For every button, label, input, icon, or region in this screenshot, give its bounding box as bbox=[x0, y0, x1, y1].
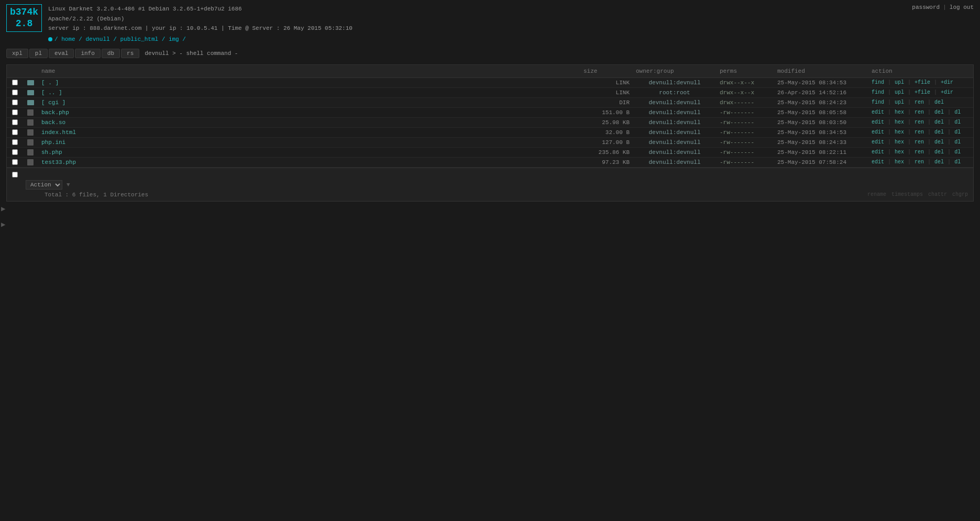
action-dl[interactable]: dl bbox=[954, 109, 961, 115]
bulk-action-select[interactable]: Action Delete Move Copy bbox=[26, 180, 62, 190]
action-del[interactable]: del bbox=[934, 99, 944, 105]
row-checkbox[interactable] bbox=[7, 148, 23, 157]
row-checkbox[interactable] bbox=[7, 88, 23, 97]
row-checkbox[interactable] bbox=[7, 98, 23, 107]
action-ren[interactable]: ren bbox=[915, 159, 924, 165]
expand-arrow-1[interactable]: ▶ bbox=[1, 204, 5, 213]
path-img[interactable]: img bbox=[169, 36, 179, 42]
action-hex[interactable]: hex bbox=[895, 109, 904, 115]
action-ren[interactable]: ren bbox=[915, 149, 924, 155]
row-modified: 25-May-2015 08:05:58 bbox=[774, 108, 868, 117]
table-row: [ . ] LINK devnull:devnull drwx--x--x 25… bbox=[7, 78, 973, 88]
header-modified: modified bbox=[774, 67, 868, 75]
action-dir[interactable]: +dir bbox=[941, 90, 953, 95]
checkbox-input[interactable] bbox=[12, 109, 18, 115]
row-checkbox[interactable] bbox=[7, 78, 23, 87]
server-line3: server ip : 888.darknet.com | your ip : … bbox=[48, 24, 353, 34]
path-public-html[interactable]: public_html bbox=[120, 36, 158, 42]
action-edit[interactable]: edit bbox=[872, 109, 884, 115]
action-ren[interactable]: ren bbox=[915, 109, 924, 115]
action-dir[interactable]: +dir bbox=[941, 80, 953, 85]
action-hex[interactable]: hex bbox=[895, 139, 904, 145]
action-del[interactable]: del bbox=[934, 149, 944, 155]
tab-xpl[interactable]: xpl bbox=[6, 49, 28, 58]
file-link[interactable]: php.ini bbox=[41, 139, 65, 146]
checkbox-input[interactable] bbox=[12, 149, 18, 155]
action-edit[interactable]: edit bbox=[872, 139, 884, 145]
row-checkbox[interactable] bbox=[7, 158, 23, 167]
row-action: edit | hex | ren | del | dl bbox=[868, 118, 973, 127]
path-devnull[interactable]: devnull bbox=[85, 36, 109, 42]
tab-rs[interactable]: rs bbox=[121, 49, 139, 58]
file-link[interactable]: [ cgi ] bbox=[41, 99, 65, 106]
checkbox-input[interactable] bbox=[12, 99, 18, 105]
action-del[interactable]: del bbox=[934, 119, 944, 125]
row-perms: -rw------- bbox=[717, 148, 774, 157]
action-del[interactable]: del bbox=[934, 139, 944, 145]
action-ren[interactable]: ren bbox=[915, 99, 924, 105]
checkbox-input[interactable] bbox=[12, 139, 18, 145]
row-icon bbox=[23, 128, 38, 137]
action-upl[interactable]: upl bbox=[895, 99, 904, 105]
footer-total: Total : 6 files, 1 Directories bbox=[38, 191, 867, 199]
action-hex[interactable]: hex bbox=[895, 159, 904, 165]
action-find[interactable]: find bbox=[872, 90, 884, 95]
tab-db[interactable]: db bbox=[102, 49, 120, 58]
row-owner: devnull:devnull bbox=[633, 78, 717, 87]
action-ren[interactable]: ren bbox=[915, 119, 924, 125]
table-row: [ cgi ] DIR devnull:devnull drwx------ 2… bbox=[7, 98, 973, 108]
action-hex[interactable]: hex bbox=[895, 119, 904, 125]
action-edit[interactable]: edit bbox=[872, 159, 884, 165]
logout-link[interactable]: log out bbox=[950, 4, 974, 10]
file-link[interactable]: back.php bbox=[41, 109, 69, 116]
file-link[interactable]: [ .. ] bbox=[41, 90, 62, 96]
file-link[interactable]: back.so bbox=[41, 119, 65, 126]
action-dl[interactable]: dl bbox=[954, 119, 961, 125]
tab-info[interactable]: info bbox=[75, 49, 100, 58]
file-icon bbox=[27, 159, 34, 165]
action-del[interactable]: del bbox=[934, 109, 944, 115]
action-file[interactable]: +file bbox=[915, 80, 930, 85]
action-dl[interactable]: dl bbox=[954, 129, 961, 135]
file-link[interactable]: index.html bbox=[41, 129, 76, 136]
password-link[interactable]: password bbox=[912, 4, 940, 10]
footer-checkbox[interactable] bbox=[7, 170, 23, 179]
action-dl[interactable]: dl bbox=[954, 149, 961, 155]
file-icon bbox=[27, 149, 34, 156]
checkbox-input[interactable] bbox=[12, 119, 18, 125]
tab-pl[interactable]: pl bbox=[29, 49, 48, 58]
row-checkbox[interactable] bbox=[7, 108, 23, 117]
action-find[interactable]: find bbox=[872, 80, 884, 85]
checkbox-input[interactable] bbox=[12, 129, 18, 135]
row-action: edit | hex | ren | del | dl bbox=[868, 138, 973, 147]
checkbox-input[interactable] bbox=[12, 80, 18, 85]
action-hex[interactable]: hex bbox=[895, 149, 904, 155]
checkbox-input[interactable] bbox=[12, 90, 18, 95]
action-del[interactable]: del bbox=[934, 159, 944, 165]
action-upl[interactable]: upl bbox=[895, 80, 904, 85]
action-ren[interactable]: ren bbox=[915, 139, 924, 145]
action-ren[interactable]: ren bbox=[915, 129, 924, 135]
action-hex[interactable]: hex bbox=[895, 129, 904, 135]
action-dl[interactable]: dl bbox=[954, 159, 961, 165]
checkbox-input[interactable] bbox=[12, 159, 18, 165]
path-home[interactable]: / home bbox=[54, 36, 75, 42]
row-checkbox[interactable] bbox=[7, 128, 23, 137]
action-del[interactable]: del bbox=[934, 129, 944, 135]
action-dl[interactable]: dl bbox=[954, 139, 961, 145]
row-checkbox[interactable] bbox=[7, 118, 23, 127]
action-find[interactable]: find bbox=[872, 99, 884, 105]
file-link[interactable]: test33.php bbox=[41, 159, 76, 165]
expand-arrow-2[interactable]: ▶ bbox=[1, 220, 5, 229]
file-link[interactable]: sh.php bbox=[41, 149, 62, 156]
action-edit[interactable]: edit bbox=[872, 149, 884, 155]
action-edit[interactable]: edit bbox=[872, 119, 884, 125]
action-file[interactable]: +file bbox=[915, 90, 930, 95]
row-checkbox[interactable] bbox=[7, 138, 23, 147]
row-icon bbox=[23, 79, 38, 87]
select-all-checkbox[interactable] bbox=[12, 172, 18, 178]
action-upl[interactable]: upl bbox=[895, 90, 904, 95]
file-link[interactable]: [ . ] bbox=[41, 80, 59, 86]
tab-eval[interactable]: eval bbox=[49, 49, 74, 58]
action-edit[interactable]: edit bbox=[872, 129, 884, 135]
